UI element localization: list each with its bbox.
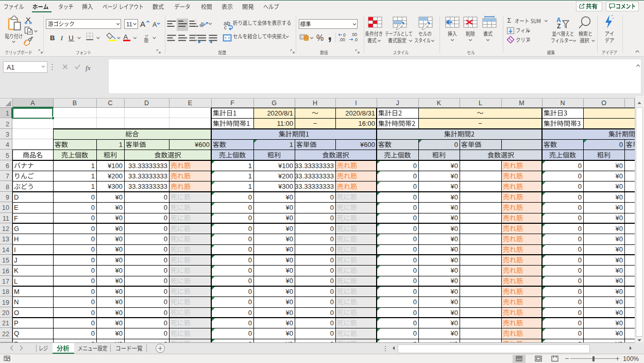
- svg-text:0: 0: [330, 225, 334, 233]
- svg-text:21: 21: [2, 320, 9, 327]
- svg-text:¥0: ¥0: [615, 225, 623, 233]
- svg-text:0: 0: [578, 298, 582, 306]
- svg-text:¥0: ¥0: [450, 319, 458, 327]
- svg-text:0: 0: [164, 204, 167, 211]
- svg-text:I: I: [14, 246, 16, 254]
- svg-text:¥0: ¥0: [115, 245, 123, 253]
- svg-text:¥0: ¥0: [615, 214, 623, 222]
- svg-text:K: K: [14, 267, 19, 274]
- svg-text:0: 0: [413, 298, 417, 306]
- svg-text:¥300: ¥300: [278, 183, 293, 190]
- svg-text:¥0: ¥0: [285, 329, 293, 337]
- svg-text:¥0: ¥0: [615, 288, 623, 295]
- svg-text:0: 0: [330, 298, 334, 306]
- svg-text:¥0: ¥0: [285, 235, 293, 243]
- svg-text:1: 1: [91, 183, 95, 190]
- svg-text:¥0: ¥0: [450, 172, 458, 180]
- svg-text:U: U: [69, 34, 74, 42]
- svg-text:0: 0: [248, 235, 252, 243]
- svg-text:11: 11: [3, 215, 9, 222]
- svg-text:¥300: ¥300: [107, 183, 123, 190]
- svg-text:0: 0: [164, 309, 167, 317]
- svg-text:C: C: [108, 100, 112, 107]
- svg-text:E: E: [14, 204, 19, 211]
- svg-text:0: 0: [413, 277, 417, 285]
- svg-text:0: 0: [413, 225, 417, 233]
- svg-text:¥0: ¥0: [615, 267, 623, 274]
- svg-text:0: 0: [164, 329, 167, 337]
- svg-text:0: 0: [164, 288, 167, 295]
- svg-text:0: 0: [578, 288, 582, 295]
- svg-text:¥0: ¥0: [615, 298, 623, 306]
- svg-text:18: 18: [2, 288, 9, 295]
- svg-text:0: 0: [91, 214, 95, 222]
- svg-text:8: 8: [6, 184, 9, 191]
- svg-text:1: 1: [91, 162, 95, 170]
- svg-text:¥0: ¥0: [115, 225, 123, 233]
- svg-text:c: c: [224, 25, 227, 30]
- svg-text:¥0: ¥0: [615, 235, 623, 243]
- svg-text:¥0: ¥0: [615, 319, 623, 327]
- svg-text:¥0: ¥0: [285, 245, 293, 253]
- svg-text:0: 0: [248, 288, 252, 295]
- svg-text:0: 0: [248, 245, 252, 253]
- svg-text:¥0: ¥0: [285, 225, 293, 233]
- svg-text:0: 0: [330, 319, 334, 327]
- svg-text:14: 14: [2, 246, 9, 254]
- svg-text:1: 1: [248, 183, 252, 190]
- svg-text:0: 0: [413, 288, 417, 295]
- svg-text:0: 0: [413, 329, 417, 337]
- svg-text:¥600: ¥600: [360, 141, 375, 148]
- svg-text:¥0: ¥0: [615, 162, 623, 170]
- svg-text:0: 0: [164, 225, 167, 233]
- svg-text:7: 7: [6, 173, 9, 180]
- svg-text:¥0: ¥0: [615, 329, 623, 337]
- svg-text:−: −: [478, 120, 482, 127]
- svg-text:K: K: [437, 100, 442, 107]
- svg-text:%: %: [316, 34, 324, 42]
- svg-text:0: 0: [91, 245, 95, 253]
- svg-text:−: −: [313, 120, 317, 127]
- svg-text:0: 0: [91, 235, 95, 243]
- svg-text:0: 0: [330, 329, 334, 337]
- svg-text:J: J: [14, 256, 18, 264]
- svg-text:0: 0: [619, 141, 623, 148]
- svg-text:G: G: [272, 100, 277, 107]
- svg-text:0: 0: [330, 245, 334, 253]
- svg-text:100%: 100%: [623, 355, 639, 362]
- svg-text:33.33333333: 33.33333333: [128, 183, 167, 190]
- svg-text:20: 20: [2, 309, 9, 317]
- svg-text:¥0: ¥0: [450, 298, 458, 306]
- svg-text:¥0: ¥0: [450, 225, 458, 233]
- svg-text:¥0: ¥0: [285, 256, 293, 264]
- svg-text:.00: .00: [339, 37, 345, 42]
- svg-text:M: M: [14, 288, 20, 295]
- svg-text:M: M: [519, 100, 524, 107]
- svg-text:17: 17: [2, 278, 9, 285]
- svg-text:0: 0: [164, 245, 167, 253]
- svg-text:0: 0: [578, 329, 582, 337]
- svg-text:0: 0: [413, 309, 417, 317]
- svg-text:¥0: ¥0: [115, 193, 123, 201]
- svg-text:¥0: ¥0: [615, 172, 623, 180]
- svg-text:¥0: ¥0: [450, 235, 458, 243]
- svg-text:0: 0: [578, 204, 582, 211]
- svg-text:0: 0: [413, 319, 417, 327]
- svg-text:0: 0: [248, 214, 252, 222]
- svg-text:5: 5: [6, 152, 9, 159]
- svg-text:0: 0: [330, 309, 334, 317]
- svg-text:0: 0: [91, 267, 95, 274]
- svg-text:0: 0: [91, 309, 95, 317]
- svg-text:L: L: [479, 100, 482, 107]
- svg-text:0: 0: [413, 162, 417, 170]
- svg-text:33.33333333: 33.33333333: [128, 172, 167, 180]
- svg-text:0: 0: [91, 193, 95, 201]
- svg-text:Σ: Σ: [507, 17, 512, 24]
- svg-text:00: 00: [352, 32, 358, 37]
- svg-text:B: B: [50, 34, 55, 42]
- svg-text:0: 0: [91, 256, 95, 264]
- svg-text:0: 0: [413, 193, 417, 201]
- svg-text:3: 3: [6, 131, 9, 138]
- svg-text:A: A: [124, 33, 128, 41]
- svg-text:D: D: [144, 100, 149, 107]
